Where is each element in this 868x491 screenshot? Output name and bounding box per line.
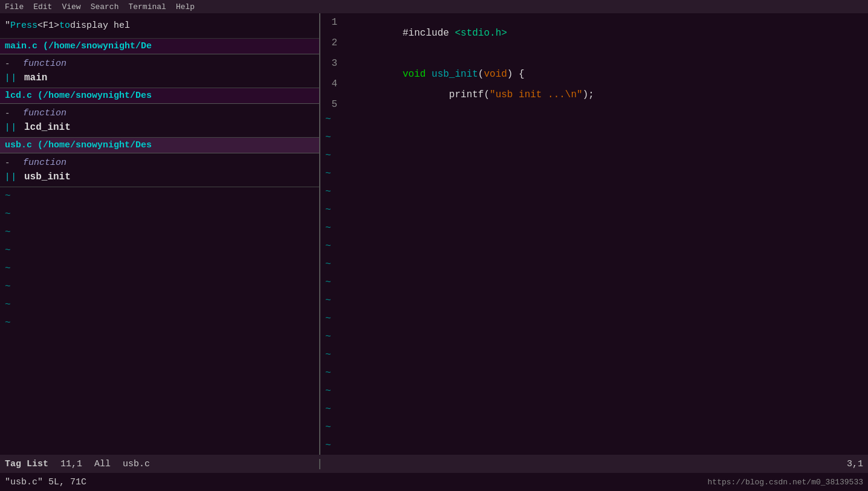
usb-item-label: usb_init bbox=[24, 172, 71, 182]
status-left: Tag List 11,1 All usb.c bbox=[0, 459, 320, 469]
main-header-text: main.c (/home/snowynight/De bbox=[5, 41, 152, 51]
code-editor[interactable]: 1 #include <stdio.h> 2 3 void usb_init(v… bbox=[320, 13, 868, 111]
lcd-function-label: function bbox=[23, 108, 66, 118]
right-tilde-13: ~ bbox=[320, 328, 868, 346]
line-num-1: 1 bbox=[320, 17, 345, 28]
tag-section-lcd: lcd.c (/home/snowynight/Des - function |… bbox=[0, 88, 319, 138]
usb-pipes: | | bbox=[5, 172, 16, 182]
right-tilde-9: ~ bbox=[320, 255, 868, 274]
main-function-label: function bbox=[23, 59, 66, 69]
usb-function-row: - function bbox=[0, 156, 319, 170]
left-tilde-5: ~ bbox=[0, 260, 319, 278]
tag-section-main-header[interactable]: main.c (/home/snowynight/De bbox=[0, 39, 319, 54]
menubar: File Edit View Search Terminal Help bbox=[0, 0, 868, 13]
main-pipes: | | bbox=[5, 73, 16, 83]
left-tilde-4: ~ bbox=[0, 242, 319, 260]
string-literal: "usb init ...\n" bbox=[490, 89, 583, 100]
lcd-pipe-icon-1: | bbox=[5, 123, 10, 132]
lcd-fold-minus-icon: - bbox=[5, 109, 10, 118]
usb-pipe-icon-1: | bbox=[5, 172, 10, 182]
menu-terminal[interactable]: Terminal bbox=[128, 2, 166, 11]
right-tilde-3: ~ bbox=[320, 147, 868, 165]
status-left-pos: 11,1 bbox=[60, 459, 82, 469]
right-tilde-8: ~ bbox=[320, 237, 868, 255]
right-tilde-7: ~ bbox=[320, 219, 868, 237]
lcd-item-row: | | lcd_init bbox=[0, 120, 319, 135]
lcd-function-row: - function bbox=[0, 106, 319, 120]
fold-minus-icon: - bbox=[5, 59, 10, 69]
line-num-3: 3 bbox=[320, 58, 345, 69]
menu-view[interactable]: View bbox=[62, 2, 80, 11]
tag-section-main: main.c (/home/snowynight/De - function |… bbox=[0, 39, 319, 88]
right-tilde-2: ~ bbox=[320, 129, 868, 147]
status-left-scroll: All bbox=[94, 459, 111, 469]
statusbar1: Tag List 11,1 All usb.c 3,1 bbox=[0, 455, 868, 473]
right-tilde-19: ~ bbox=[320, 437, 868, 455]
right-tilde-10: ~ bbox=[320, 274, 868, 292]
right-tilde-17: ~ bbox=[320, 400, 868, 419]
right-tilde-16: ~ bbox=[320, 382, 868, 400]
code-line-1: 1 #include <stdio.h> bbox=[320, 16, 868, 36]
code-line-3: 3 void usb_init(void) { bbox=[320, 57, 868, 77]
lcd-header-text: lcd.c (/home/snowynight/Des bbox=[5, 91, 152, 101]
line-num-4: 4 bbox=[320, 79, 345, 89]
menu-search[interactable]: Search bbox=[91, 2, 119, 11]
right-tilde-5: ~ bbox=[320, 183, 868, 201]
tag-section-usb-content: - function | | usb_init bbox=[0, 153, 319, 187]
line-content-5: } bbox=[345, 99, 409, 111]
tag-section-lcd-content: - function | | lcd_init bbox=[0, 104, 319, 137]
help-display: display hel bbox=[70, 21, 130, 31]
left-tilde-8: ~ bbox=[0, 314, 319, 332]
line-content-1: #include <stdio.h> bbox=[345, 17, 507, 50]
printf-kw: printf bbox=[403, 89, 484, 100]
code-line-5: 5 } bbox=[320, 98, 868, 111]
main-item-label: main bbox=[24, 72, 47, 83]
menu-help[interactable]: Help bbox=[176, 2, 195, 11]
pipe-icon-2: | bbox=[11, 73, 16, 83]
pipe-icon-1: | bbox=[5, 73, 10, 83]
menu-edit[interactable]: Edit bbox=[33, 2, 52, 11]
right-tilde-6: ~ bbox=[320, 201, 868, 219]
main-function-row: - function bbox=[0, 57, 319, 71]
usb-fold-minus-icon: - bbox=[5, 158, 10, 168]
help-press: Press bbox=[10, 21, 37, 31]
right-tilde-18: ~ bbox=[320, 419, 868, 437]
tag-section-usb-header[interactable]: usb.c (/home/snowynight/Des bbox=[0, 138, 319, 153]
help-f1: <F1> bbox=[37, 21, 59, 31]
left-tilde-3: ~ bbox=[0, 223, 319, 242]
tag-section-lcd-header[interactable]: lcd.c (/home/snowynight/Des bbox=[0, 88, 319, 104]
lcd-item-label: lcd_init bbox=[24, 122, 71, 133]
printf-paren: ( bbox=[484, 89, 490, 100]
include-file: <stdio.h> bbox=[455, 28, 507, 39]
right-tilde-11: ~ bbox=[320, 292, 868, 310]
usb-gutter: - bbox=[5, 158, 23, 168]
lcd-pipe-icon-2: | bbox=[11, 123, 16, 132]
left-tilde-1: ~ bbox=[0, 187, 319, 205]
usb-function-label: function bbox=[23, 158, 66, 168]
right-pane: 1 #include <stdio.h> 2 3 void usb_init(v… bbox=[320, 13, 868, 455]
left-tilde-6: ~ bbox=[0, 278, 319, 296]
left-tilde-7: ~ bbox=[0, 296, 319, 314]
help-to: to bbox=[59, 21, 70, 31]
lcd-gutter: - bbox=[5, 109, 23, 118]
menu-file[interactable]: File bbox=[5, 2, 24, 11]
usb-header-text: usb.c (/home/snowynight/Des bbox=[5, 140, 152, 150]
main-item-row: | | main bbox=[0, 71, 319, 85]
tag-section-main-content: - function | | main bbox=[0, 54, 319, 88]
help-bar: " Press <F1> to display hel bbox=[0, 13, 319, 39]
main-gutter: - bbox=[5, 59, 23, 69]
url-text: https://blog.csdn.net/m0_38139533 bbox=[708, 478, 863, 487]
lcd-pipes: | | bbox=[5, 123, 16, 132]
right-tilde-15: ~ bbox=[320, 364, 868, 382]
file-info: "usb.c" 5L, 71C bbox=[5, 477, 86, 487]
printf-end: ); bbox=[583, 89, 594, 100]
status-right-file: usb.c bbox=[123, 459, 150, 469]
line-num-5: 5 bbox=[320, 99, 345, 110]
line-num-2: 2 bbox=[320, 37, 345, 48]
left-tilde-2: ~ bbox=[0, 205, 319, 223]
include-keyword: #include bbox=[403, 28, 455, 39]
right-tilde-12: ~ bbox=[320, 310, 868, 328]
left-pane: " Press <F1> to display hel main.c (/hom… bbox=[0, 13, 320, 455]
right-tilde-4: ~ bbox=[320, 165, 868, 183]
left-tilde-lines: ~ ~ ~ ~ ~ ~ ~ ~ bbox=[0, 187, 319, 455]
